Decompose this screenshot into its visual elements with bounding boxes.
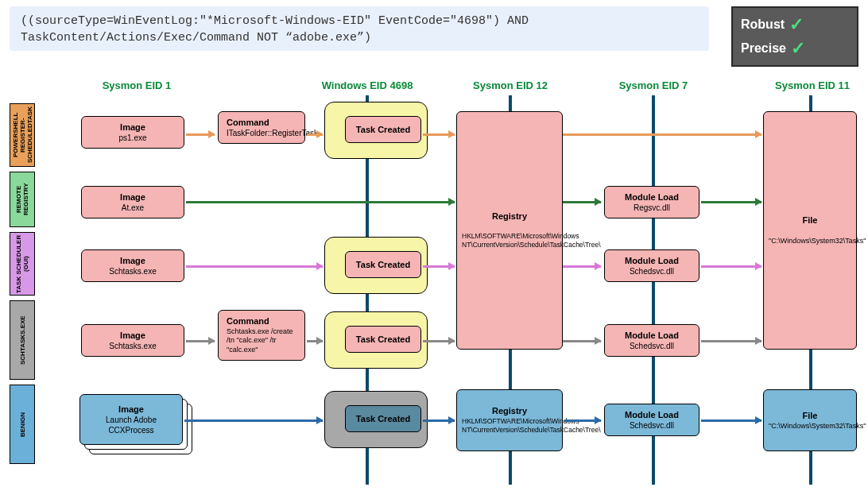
node-sub: "C:\Windows\System32\Tasks" — [769, 236, 851, 246]
arrow — [563, 133, 761, 136]
badge-label: Precise — [741, 41, 786, 56]
node-sub: Schtasks.exe /create /tn "calc.exe" /tr … — [227, 327, 293, 354]
node-sub: Schtasks.exe — [109, 267, 156, 276]
col-header-sysmon1: Sysmon EID 1 — [89, 79, 184, 91]
node-title: File — [769, 215, 851, 226]
node-file-malicious: File"C:\Windows\System32\Tasks" — [763, 111, 857, 350]
node-task-created: Task Created — [345, 251, 421, 278]
arrow — [186, 133, 215, 136]
quality-badges: Robust✓ Precise✓ — [731, 6, 858, 67]
node-sub: ps1.exe — [118, 133, 146, 142]
arrow — [701, 201, 761, 203]
query-expression: ((sourceType=WinEventLog:"*Microsoft-Win… — [10, 6, 709, 51]
node-title: Module Load — [625, 256, 679, 265]
col-header-sysmon11: Sysmon EID 11 — [765, 79, 860, 91]
arrow — [563, 340, 601, 342]
arrow — [701, 419, 761, 422]
node-task-created-benign: Task Created — [345, 405, 421, 432]
node-title: Registry — [462, 405, 557, 417]
arrow — [186, 265, 323, 268]
node-title: Command — [227, 316, 269, 326]
node-title: Module Load — [625, 192, 679, 202]
arrow — [423, 340, 455, 342]
row-label-task-scheduler: TASK SCHEDULER (GUI) — [10, 232, 35, 296]
node-image-schtasks: ImageSchtasks.exe — [81, 324, 184, 357]
node-title: Command — [227, 118, 269, 127]
badge-precise: Precise✓ — [741, 37, 849, 60]
node-sub: HKLM\SOFTWARE\Microsoft\Windows NT\Curre… — [462, 417, 557, 435]
node-title: Image — [87, 404, 176, 415]
node-sub: Schedsvc.dll — [630, 342, 674, 350]
arrow — [307, 133, 323, 136]
node-title: Module Load — [625, 410, 679, 419]
arrow — [423, 133, 455, 136]
badge-label: Robust — [741, 17, 785, 32]
arrow — [423, 419, 455, 422]
node-sub: "C:\Windows\System32\Tasks" — [769, 421, 851, 431]
node-task-created: Task Created — [345, 326, 421, 353]
row-label-schtasks: SCHTASKS.EXE — [10, 300, 35, 380]
node-file-benign: File"C:\Windows\System32\Tasks" — [763, 389, 857, 451]
node-title: Module Load — [625, 331, 679, 340]
node-title: Image — [120, 256, 145, 265]
node-command-itaskfolder: CommandITaskFolder::RegisterTask — [218, 111, 305, 144]
node-command-schtasks: CommandSchtasks.exe /create /tn "calc.ex… — [218, 310, 305, 361]
node-title: Registry — [462, 211, 557, 222]
arrow — [184, 419, 323, 422]
node-sub: Launch Adobe CCXProcess — [87, 415, 176, 435]
row-label-powershell: POWERSHELL REGISTER-SCHEDULEDTASK — [10, 103, 35, 167]
arrow — [563, 201, 601, 203]
arrow — [564, 419, 601, 422]
node-module-regsvc: Module LoadRegsvc.dll — [604, 186, 699, 218]
node-task-created: Task Created — [345, 116, 421, 143]
node-module-schedsvc: Module LoadSchedsvc.dll — [604, 249, 699, 282]
node-title: Image — [120, 122, 145, 132]
node-sub: Schedsvc.dll — [630, 421, 674, 430]
node-module-schedsvc: Module LoadSchedsvc.dll — [604, 324, 699, 357]
row-label-benign: BENIGN — [10, 385, 35, 464]
node-sub: ITaskFolder::RegisterTask — [227, 129, 318, 137]
node-title: Image — [120, 331, 145, 340]
arrow — [563, 265, 601, 268]
node-title: File — [769, 410, 851, 422]
node-module-schedsvc-benign: Module LoadSchedsvc.dll — [604, 404, 699, 436]
node-registry-malicious: RegistryHKLM\SOFTWARE\Microsoft\Windows … — [456, 111, 563, 350]
node-title: Image — [120, 192, 145, 202]
col-header-win4698: Windows EID 4698 — [312, 79, 423, 91]
node-image-adobe: ImageLaunch Adobe CCXProcess — [79, 394, 183, 445]
node-image-schtasks-gui: ImageSchtasks.exe — [81, 249, 184, 282]
row-label-remote-registry: REMOTE REGISTRY — [10, 172, 35, 227]
node-image-at: ImageAt.exe — [81, 186, 184, 218]
col-header-sysmon7: Sysmon EID 7 — [606, 79, 701, 91]
node-sub: Schedsvc.dll — [630, 267, 674, 276]
flow-diagram: Sysmon EID 1 Windows EID 4698 Sysmon EID… — [10, 79, 858, 485]
col-header-sysmon12: Sysmon EID 12 — [463, 79, 558, 91]
node-sub: Schtasks.exe — [109, 342, 156, 350]
node-sub: Regsvc.dll — [634, 203, 670, 212]
node-image-ps1: Imageps1.exe — [81, 116, 184, 149]
arrow — [423, 265, 455, 268]
check-icon: ✓ — [791, 38, 805, 59]
arrow — [701, 340, 761, 342]
arrow — [186, 340, 215, 342]
arrow — [307, 340, 323, 342]
node-registry-benign: RegistryHKLM\SOFTWARE\Microsoft\Windows … — [456, 389, 563, 451]
check-icon: ✓ — [789, 14, 804, 35]
node-sub: At.exe — [122, 203, 144, 212]
arrow — [701, 265, 761, 268]
badge-robust: Robust✓ — [741, 13, 849, 37]
arrow — [186, 201, 455, 203]
node-sub: HKLM\SOFTWARE\Microsoft\Windows NT\Curre… — [462, 232, 557, 250]
